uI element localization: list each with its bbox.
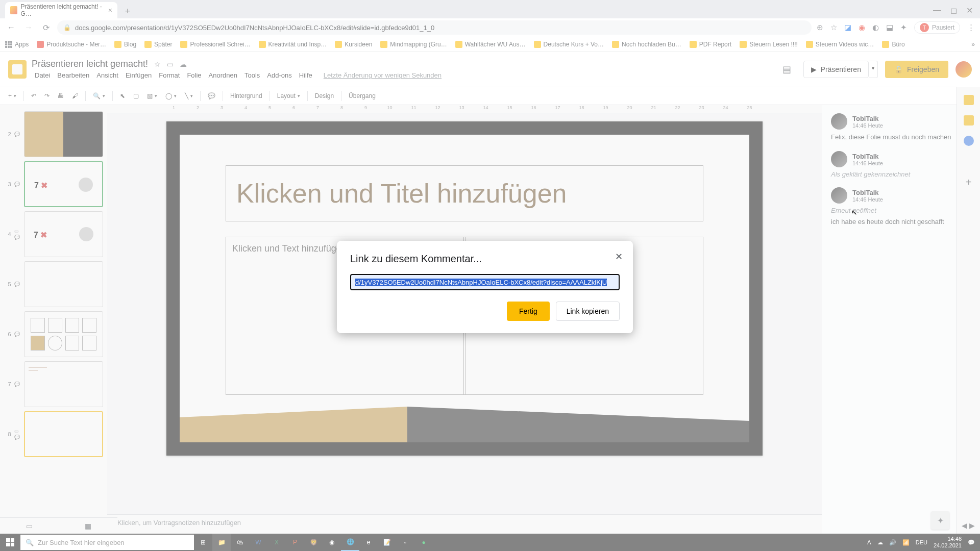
menu-ansicht[interactable]: Ansicht <box>93 70 121 80</box>
menu-datei[interactable]: Datei <box>32 70 53 80</box>
excel-icon[interactable]: X <box>267 534 286 551</box>
next-arrow-icon[interactable]: ▶ <box>969 521 975 530</box>
slide-thumb[interactable] <box>24 261 103 307</box>
profile-chip[interactable]: T Pausiert <box>914 21 960 34</box>
new-tab-button[interactable]: + <box>120 4 135 18</box>
menu-format[interactable]: Format <box>156 70 183 80</box>
browser-menu-icon[interactable]: ⋮ <box>967 23 975 32</box>
background-button[interactable]: Hintergrund <box>227 90 265 102</box>
textbox-tool[interactable]: ▢ <box>130 90 142 102</box>
image-tool[interactable]: ▧ <box>144 90 160 102</box>
spotify-icon[interactable]: ● <box>414 534 433 551</box>
notepad-icon[interactable]: 📝 <box>378 534 396 551</box>
last-change-link[interactable]: Letzte Änderung vor wenigen Sekunden <box>321 70 445 80</box>
onedrive-tray-icon[interactable]: ☁ <box>877 539 883 546</box>
apps-bookmark[interactable]: Apps <box>5 41 29 48</box>
close-window-icon[interactable]: ✕ <box>966 6 973 15</box>
cloud-status-icon[interactable]: ☁ <box>180 60 187 68</box>
bookmark-item[interactable]: Mindmapping (Gru… <box>380 41 447 48</box>
design-button[interactable]: Design <box>312 90 337 102</box>
close-dialog-icon[interactable]: ✕ <box>615 251 623 262</box>
bookmark-item[interactable]: Kursideen <box>335 41 372 48</box>
bookmark-item[interactable]: Später <box>144 41 172 48</box>
bookmark-item[interactable]: Wahlfächer WU Aus… <box>455 41 526 48</box>
keep-addon-icon[interactable] <box>964 115 974 126</box>
explore-button[interactable]: ✦ <box>931 511 949 530</box>
ms-store-icon[interactable]: 🛍 <box>231 534 249 551</box>
address-bar[interactable]: 🔒 docs.google.com/presentation/d/1yV372S… <box>57 20 812 35</box>
line-tool[interactable]: ╲ <box>182 90 196 102</box>
close-tab-icon[interactable]: × <box>108 6 112 14</box>
slide-thumb[interactable] <box>24 311 103 357</box>
windows-search[interactable]: 🔍 Zur Suche Text hier eingeben <box>20 535 194 550</box>
bookmark-item[interactable]: Steuern Videos wic… <box>806 41 874 48</box>
bookmarks-overflow[interactable]: » <box>971 41 975 48</box>
zoom-button[interactable]: 🔍 <box>90 90 108 102</box>
task-view-icon[interactable]: ⊞ <box>194 534 212 551</box>
comment-tool[interactable]: 💬 <box>205 90 218 102</box>
explorer-icon[interactable]: 📁 <box>212 534 231 551</box>
undo-button[interactable]: ↶ <box>28 90 39 102</box>
layout-button[interactable]: Layout <box>274 90 303 102</box>
new-slide-button[interactable]: + <box>5 90 19 102</box>
notifications-tray-icon[interactable]: 💬 <box>968 539 975 546</box>
extensions-icon[interactable]: ✦ <box>900 23 907 32</box>
bookmark-item[interactable]: Noch hochladen Bu… <box>612 41 681 48</box>
slide-thumb[interactable]: ————————— <box>24 361 103 407</box>
grid-view-icon[interactable]: ▦ <box>85 522 91 530</box>
language-indicator[interactable]: DEU <box>916 539 927 545</box>
speaker-notes[interactable]: Klicken, um Vortragsnotizen hinzuzufügen <box>107 514 822 534</box>
ext-icon-3[interactable]: ◐ <box>872 23 879 32</box>
bookmark-item[interactable]: Büro <box>882 41 904 48</box>
bookmark-item[interactable]: Professionell Schrei… <box>180 41 250 48</box>
powerpoint-icon[interactable]: P <box>286 534 304 551</box>
shape-tool[interactable]: ◯ <box>162 90 180 102</box>
bookmark-item[interactable]: Produktsuche - Mer… <box>37 41 106 48</box>
slide-thumb[interactable]: 7 ✖ <box>24 211 103 257</box>
comment-link-input[interactable] <box>350 274 620 290</box>
menu-addons[interactable]: Add-ons <box>264 70 295 80</box>
slide-filmstrip[interactable]: 2💬 3💬7 ✖ 4▭💬7 ✖ 5💬 6💬 7💬————————— 8▭💬 <box>0 105 107 534</box>
redo-button[interactable]: ↷ <box>41 90 53 102</box>
menu-hilfe[interactable]: Hilfe <box>296 70 315 80</box>
back-button[interactable]: ← <box>5 21 17 34</box>
print-button[interactable]: 🖶 <box>55 90 67 102</box>
add-addon-icon[interactable]: + <box>966 177 972 188</box>
slide-thumb[interactable]: 7 ✖ <box>24 161 103 207</box>
calendar-addon-icon[interactable] <box>964 95 974 105</box>
forward-button[interactable]: → <box>22 21 35 34</box>
ext-icon-4[interactable]: ⬓ <box>886 23 893 32</box>
filmstrip-view-icon[interactable]: ▭ <box>26 522 33 530</box>
comments-history-icon[interactable]: ▤ <box>778 60 796 79</box>
app-icon[interactable]: ▫ <box>396 534 414 551</box>
system-clock[interactable]: 14:46 24.02.2021 <box>934 536 962 549</box>
bookmark-item[interactable]: PDF Report <box>690 41 731 48</box>
volume-tray-icon[interactable]: 🔊 <box>889 539 896 546</box>
tray-chevron-icon[interactable]: ᐱ <box>867 539 871 546</box>
bookmark-item[interactable]: Deutsche Kurs + Vo… <box>534 41 604 48</box>
wifi-tray-icon[interactable]: 📶 <box>902 539 910 546</box>
doc-title[interactable]: Präsentieren leicht gemacht! <box>32 59 148 69</box>
start-button[interactable] <box>0 534 20 551</box>
obs-icon[interactable]: ◉ <box>323 534 341 551</box>
ext-icon-1[interactable]: ◪ <box>844 23 851 32</box>
menu-bearbeiten[interactable]: Bearbeiten <box>54 70 92 80</box>
maximize-icon[interactable]: ◻ <box>950 6 957 15</box>
edge-icon[interactable]: e <box>359 534 378 551</box>
word-icon[interactable]: W <box>249 534 267 551</box>
transition-button[interactable]: Übergang <box>346 90 379 102</box>
present-button[interactable]: ▶ Präsentieren <box>803 61 869 78</box>
tasks-addon-icon[interactable] <box>964 136 974 146</box>
menu-anordnen[interactable]: Anordnen <box>206 70 240 80</box>
zoom-icon[interactable]: ⊕ <box>817 23 823 32</box>
browser-tab[interactable]: Präsentieren leicht gemacht! - G… × <box>5 2 117 18</box>
slides-logo[interactable] <box>8 60 27 79</box>
menu-tools[interactable]: Tools <box>241 70 263 80</box>
slide-thumb-current[interactable] <box>24 411 103 457</box>
title-placeholder[interactable]: Klicken und Titel hinzufügen <box>226 165 703 221</box>
minimize-icon[interactable]: — <box>933 6 941 15</box>
chrome-icon[interactable]: 🌐 <box>341 534 359 551</box>
move-doc-icon[interactable]: ▭ <box>167 60 174 68</box>
slide-thumb[interactable] <box>24 111 103 157</box>
brave-icon[interactable]: 🦁 <box>304 534 323 551</box>
